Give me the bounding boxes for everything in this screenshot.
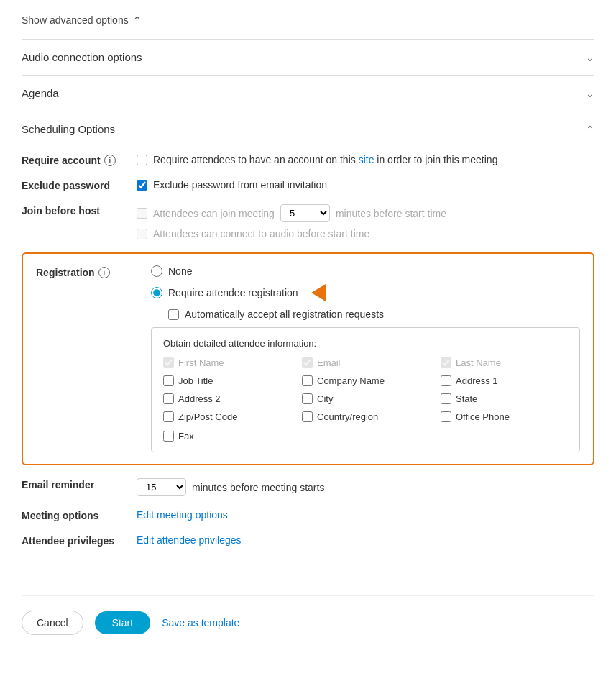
start-button[interactable]: Start — [95, 611, 151, 634]
field-job-title: Job Title — [163, 375, 290, 386]
scheduling-section-header[interactable]: Scheduling Options ⌃ — [22, 111, 594, 147]
audio-chevron-down-icon: ⌄ — [586, 52, 594, 63]
field-email-label: Email — [317, 357, 341, 368]
field-city: City — [302, 393, 429, 404]
agenda-section-header[interactable]: Agenda ⌄ — [22, 75, 594, 111]
detailed-info-box: Obtain detailed attendee information: Fi… — [151, 327, 580, 452]
field-last-name-label: Last Name — [456, 357, 501, 368]
edit-meeting-options-link[interactable]: Edit meeting options — [137, 509, 594, 521]
field-office-phone-checkbox[interactable] — [441, 411, 451, 422]
exclude-password-checkbox-row: Exclude password from email invitation — [137, 179, 594, 191]
require-account-text: Require attendees to have an account on … — [153, 154, 497, 165]
require-account-label: Require account i — [22, 154, 137, 166]
field-fax-checkbox[interactable] — [163, 431, 174, 442]
registration-none-row: None — [151, 265, 580, 277]
join-audio-text: Attendees can connect to audio before st… — [153, 228, 369, 239]
scheduling-section-title: Scheduling Options — [22, 123, 115, 135]
require-account-info-icon[interactable]: i — [104, 155, 116, 166]
auto-accept-label: Automatically accept all registration re… — [185, 309, 384, 320]
registration-info-icon[interactable]: i — [98, 267, 110, 278]
join-before-host-checkbox[interactable] — [137, 208, 147, 219]
site-link[interactable]: site — [359, 154, 374, 165]
join-audio-checkbox[interactable] — [137, 229, 147, 239]
field-last-name-checkbox[interactable] — [441, 357, 451, 368]
require-account-content: Require attendees to have an account on … — [137, 154, 594, 165]
footer-buttons: Cancel Start Save as template — [22, 595, 594, 635]
field-state-checkbox[interactable] — [441, 393, 451, 404]
registration-label: Registration i — [36, 265, 151, 278]
attendee-privileges-label: Attendee privileges — [22, 534, 137, 547]
exclude-password-label: Exclude password — [22, 179, 137, 191]
join-minutes-label: minutes before start time — [336, 208, 446, 219]
field-job-title-checkbox[interactable] — [163, 375, 174, 386]
field-job-title-label: Job Title — [178, 375, 213, 386]
field-company-name-label: Company Name — [317, 375, 385, 386]
field-address1-label: Address 1 — [456, 375, 498, 386]
email-reminder-suffix: minutes before meeting starts — [192, 482, 324, 493]
registration-content: None Require attendee registration Autom… — [151, 265, 580, 452]
attendee-privileges-row: Attendee privileges Edit attendee privil… — [22, 534, 594, 547]
exclude-password-text: Exclude password from email invitation — [153, 179, 327, 191]
field-city-label: City — [317, 393, 333, 404]
field-email-checkbox[interactable] — [302, 357, 313, 368]
field-country-checkbox[interactable] — [302, 411, 313, 422]
audio-section-title: Audio connection options — [22, 51, 142, 63]
exclude-password-checkbox[interactable] — [137, 180, 147, 191]
detailed-info-title: Obtain detailed attendee information: — [163, 338, 568, 349]
arrow-right-icon — [311, 284, 326, 301]
registration-none-radio[interactable] — [151, 265, 162, 277]
cancel-button[interactable]: Cancel — [22, 611, 83, 635]
exclude-password-row: Exclude password Exclude password from e… — [22, 179, 594, 191]
field-address1-checkbox[interactable] — [441, 375, 451, 386]
field-office-phone: Office Phone — [441, 411, 568, 422]
agenda-section-title: Agenda — [22, 87, 59, 99]
field-company-name-checkbox[interactable] — [302, 375, 313, 386]
registration-require-label: Require attendee registration — [168, 287, 298, 298]
exclude-password-content: Exclude password from email invitation — [137, 179, 594, 191]
field-country: Country/region — [302, 411, 429, 422]
join-before-host-row: Join before host Attendees can join meet… — [22, 204, 594, 239]
show-advanced-label: Show advanced options — [22, 14, 129, 26]
registration-section: Registration i None Require attendee reg… — [22, 252, 594, 465]
field-city-checkbox[interactable] — [302, 393, 313, 404]
require-account-checkbox-row: Require attendees to have an account on … — [137, 154, 594, 165]
field-zip-label: Zip/Post Code — [178, 411, 237, 422]
require-account-checkbox[interactable] — [137, 155, 147, 165]
fields-grid: First Name Email Last Name — [163, 357, 568, 442]
audio-section-header[interactable]: Audio connection options ⌄ — [22, 39, 594, 75]
registration-box: Registration i None Require attendee reg… — [22, 252, 594, 465]
scheduling-section-content: Require account i Require attendees to h… — [22, 147, 594, 574]
field-country-label: Country/region — [317, 411, 378, 422]
email-reminder-content: 15 30 60 minutes before meeting starts — [137, 478, 594, 496]
field-address2-label: Address 2 — [178, 393, 221, 404]
edit-attendee-privileges-link[interactable]: Edit attendee privileges — [137, 534, 594, 546]
email-reminder-select[interactable]: 15 30 60 — [137, 478, 186, 496]
registration-require-radio[interactable] — [151, 287, 162, 298]
registration-none-label: None — [168, 265, 192, 277]
email-reminder-inline: 15 30 60 minutes before meeting starts — [137, 478, 594, 496]
join-before-host-line1: Attendees can join meeting 5 10 15 minut… — [137, 204, 594, 222]
auto-accept-checkbox[interactable] — [168, 309, 179, 320]
field-address2: Address 2 — [163, 393, 290, 404]
field-zip: Zip/Post Code — [163, 411, 290, 422]
attendee-privileges-content: Edit attendee privileges — [137, 534, 594, 546]
field-first-name: First Name — [163, 357, 290, 368]
field-address2-checkbox[interactable] — [163, 393, 174, 404]
join-before-host-text1: Attendees can join meeting — [153, 208, 275, 219]
meeting-options-row: Meeting options Edit meeting options — [22, 509, 594, 521]
join-before-host-label: Join before host — [22, 204, 137, 216]
join-minutes-select[interactable]: 5 10 15 — [280, 204, 330, 222]
field-office-phone-label: Office Phone — [456, 411, 510, 422]
field-fax: Fax — [163, 431, 290, 442]
field-zip-checkbox[interactable] — [163, 411, 174, 422]
chevron-up-icon: ⌃ — [133, 14, 142, 26]
auto-accept-row: Automatically accept all registration re… — [168, 309, 580, 320]
save-as-template-button[interactable]: Save as template — [162, 617, 239, 629]
show-advanced-toggle[interactable]: Show advanced options ⌃ — [22, 14, 594, 26]
field-state: State — [441, 393, 568, 404]
email-reminder-label: Email reminder — [22, 478, 137, 490]
field-first-name-checkbox[interactable] — [163, 357, 174, 368]
field-company-name: Company Name — [302, 375, 429, 386]
join-before-host-content: Attendees can join meeting 5 10 15 minut… — [137, 204, 594, 239]
registration-require-row: Require attendee registration — [151, 284, 580, 301]
